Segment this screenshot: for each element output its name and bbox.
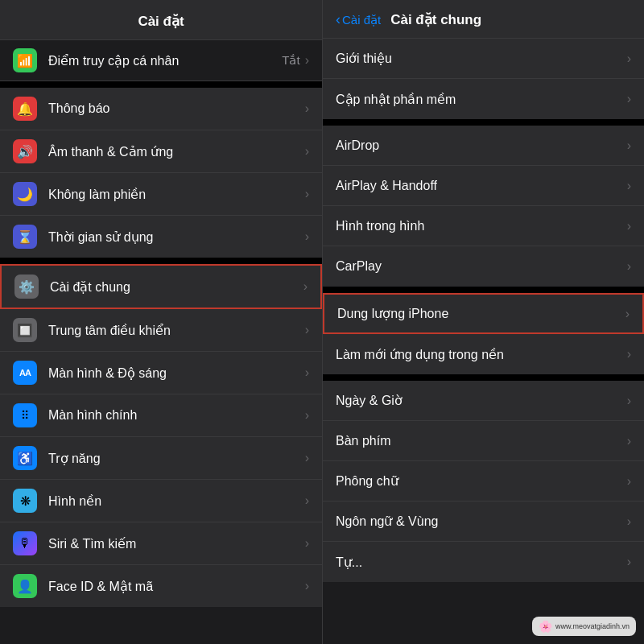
- chevron-icon: ›: [627, 92, 631, 106]
- left-header: Cài đặt: [0, 0, 322, 40]
- item-label: Cài đặt chung: [50, 279, 303, 295]
- list-item[interactable]: ❋ Hình nền ›: [0, 480, 322, 522]
- list-item[interactable]: 🎙 Siri & Tìm kiếm ›: [0, 522, 322, 565]
- chevron-icon: ›: [627, 555, 631, 569]
- wallpaper-icon: ❋: [13, 489, 37, 513]
- language-item[interactable]: Ngôn ngữ & Vùng ›: [323, 502, 644, 542]
- item-label: Màn hình & Độ sáng: [48, 365, 305, 381]
- display-icon: AA: [13, 361, 37, 385]
- divider-5: [323, 374, 644, 381]
- right-group-3: Dung lượng iPhone › Làm mới ứng dụng tro…: [323, 293, 644, 374]
- watermark-flower-icon: 🌸: [539, 620, 552, 633]
- item-label: Không làm phiền: [48, 187, 305, 202]
- list-item[interactable]: Cập nhật phần mềm ›: [323, 79, 644, 119]
- chevron-icon: ›: [305, 229, 309, 244]
- chevron-icon: ›: [625, 307, 630, 321]
- pip-item[interactable]: Hình trong hình ›: [323, 206, 644, 246]
- list-item[interactable]: ⠿ Màn hình chính ›: [0, 394, 322, 437]
- list-item[interactable]: 🔊 Âm thanh & Cảm ứng ›: [0, 130, 322, 173]
- chevron-icon: ›: [627, 52, 631, 66]
- list-item[interactable]: 🌙 Không làm phiền ›: [0, 173, 322, 216]
- chevron-icon: ›: [627, 514, 631, 529]
- watermark-text: www.meovatgiadinh.vn: [555, 622, 630, 630]
- access-label: Điểm truy cập cá nhân: [48, 53, 282, 68]
- item-label: Màn hình chính: [48, 408, 305, 423]
- left-panel: Cài đặt 📶 Điểm truy cập cá nhân Tắt › 🔔 …: [0, 0, 322, 644]
- back-chevron-icon: ‹: [336, 11, 341, 28]
- chevron-icon: ›: [305, 101, 309, 116]
- homescreen-icon: ⠿: [13, 403, 37, 427]
- chevron-icon: ›: [305, 144, 309, 159]
- dnd-icon: 🌙: [13, 182, 37, 206]
- background-refresh-item[interactable]: Làm mới ứng dụng trong nền ›: [323, 334, 644, 374]
- screentime-icon: ⌛: [13, 225, 37, 249]
- general-icon: ⚙️: [14, 275, 39, 299]
- access-icon: 📶: [13, 48, 37, 72]
- auto-item[interactable]: Tự... ›: [323, 542, 644, 582]
- accessibility-item[interactable]: 📶 Điểm truy cập cá nhân Tắt ›: [0, 40, 322, 81]
- siri-icon: 🎙: [13, 531, 37, 555]
- item-label: Ngôn ngữ & Vùng: [336, 514, 627, 529]
- left-settings-list: 📶 Điểm truy cập cá nhân Tắt › 🔔 Thông bá…: [0, 40, 322, 644]
- chevron-icon: ›: [627, 179, 631, 193]
- chevron-icon: ›: [305, 451, 309, 465]
- watermark: 🌸 www.meovatgiadinh.vn: [532, 617, 636, 636]
- chevron-icon: ›: [305, 408, 309, 423]
- list-item[interactable]: 🔔 Thông báo ›: [0, 88, 322, 130]
- right-header: ‹ Cài đặt Cài đặt chung: [323, 0, 644, 39]
- chevron-icon: ›: [627, 394, 631, 408]
- access-chevron: ›: [305, 53, 309, 68]
- airdrop-item[interactable]: AirDrop ›: [323, 126, 644, 166]
- left-group-2: ⚙️ Cài đặt chung › 🔲 Trung tâm điều khiể…: [0, 264, 322, 607]
- iphone-storage-item[interactable]: Dung lượng iPhone ›: [323, 293, 644, 334]
- faceid-icon: 👤: [13, 574, 37, 598]
- item-label: Trợ năng: [48, 451, 305, 466]
- right-settings-list: Giới thiệu › Cập nhật phần mềm › AirDrop…: [323, 39, 644, 644]
- item-label: Hình nền: [48, 493, 305, 509]
- list-item[interactable]: 🔲 Trung tâm điều khiển ›: [0, 309, 322, 352]
- right-panel: ‹ Cài đặt Cài đặt chung Giới thiệu › Cập…: [322, 0, 644, 644]
- chevron-icon: ›: [627, 474, 631, 489]
- general-item[interactable]: ⚙️ Cài đặt chung ›: [0, 264, 322, 309]
- list-item[interactable]: 👤 Face ID & Mật mã ›: [0, 565, 322, 607]
- list-item[interactable]: AA Màn hình & Độ sáng ›: [0, 352, 322, 394]
- chevron-icon: ›: [627, 259, 631, 274]
- chevron-icon: ›: [305, 493, 309, 508]
- item-label: Bàn phím: [336, 434, 627, 448]
- divider-4: [323, 287, 644, 293]
- item-label: Âm thanh & Cảm ứng: [48, 144, 305, 159]
- sound-icon: 🔊: [13, 139, 37, 163]
- airplay-item[interactable]: AirPlay & Handoff ›: [323, 166, 644, 206]
- keyboard-item[interactable]: Bàn phím ›: [323, 421, 644, 461]
- back-button[interactable]: ‹ Cài đặt: [336, 11, 381, 28]
- item-label: Cập nhật phần mềm: [336, 92, 627, 107]
- chevron-icon: ›: [305, 579, 309, 593]
- item-label: CarPlay: [336, 259, 627, 274]
- item-label: Trung tâm điều khiển: [48, 323, 305, 338]
- right-group-1: Giới thiệu › Cập nhật phần mềm ›: [323, 39, 644, 119]
- item-label: Hình trong hình: [336, 219, 627, 233]
- carplay-item[interactable]: CarPlay ›: [323, 246, 644, 287]
- list-item[interactable]: ♿ Trợ năng ›: [0, 437, 322, 480]
- item-label: Giới thiệu: [336, 51, 627, 66]
- list-item[interactable]: Giới thiệu ›: [323, 39, 644, 79]
- item-label: Phông chữ: [336, 473, 627, 489]
- right-header-title: Cài đặt chung: [390, 11, 481, 28]
- item-label: Face ID & Mật mã: [48, 579, 305, 594]
- access-value: Tắt: [282, 53, 299, 68]
- item-label: AirPlay & Handoff: [336, 179, 627, 193]
- divider-1: [0, 81, 322, 88]
- list-item[interactable]: ⌛ Thời gian sử dụng ›: [0, 216, 322, 258]
- item-label: Tự...: [336, 555, 627, 570]
- chevron-icon: ›: [305, 323, 309, 337]
- left-title: Cài đặt: [138, 14, 184, 29]
- chevron-icon: ›: [305, 187, 309, 201]
- datetime-item[interactable]: Ngày & Giờ ›: [323, 381, 644, 421]
- item-label: Thời gian sử dụng: [48, 229, 305, 245]
- item-label: Siri & Tìm kiếm: [48, 536, 305, 551]
- item-label: Thông báo: [48, 101, 305, 116]
- chevron-icon: ›: [627, 219, 631, 233]
- item-label: Ngày & Giờ: [336, 393, 627, 408]
- fonts-item[interactable]: Phông chữ ›: [323, 461, 644, 502]
- item-label: AirDrop: [336, 138, 627, 153]
